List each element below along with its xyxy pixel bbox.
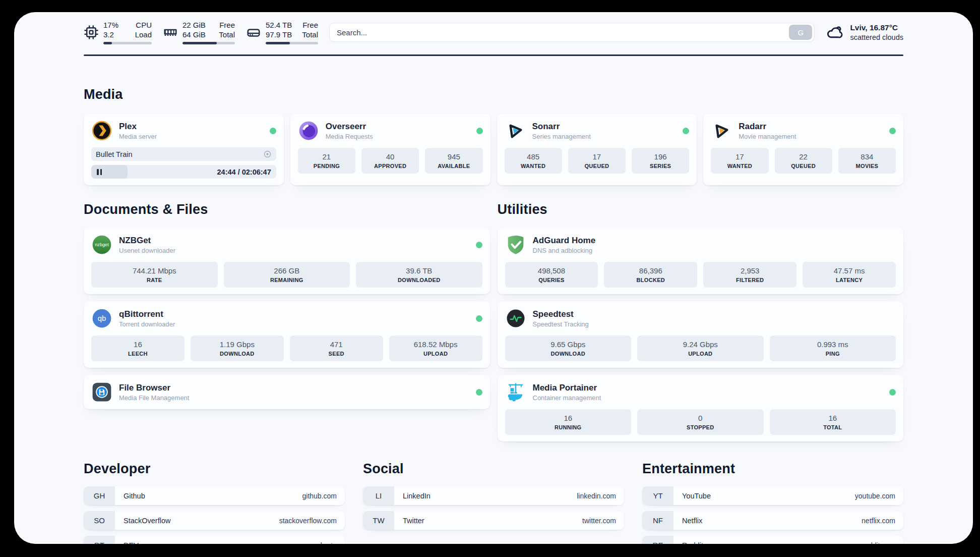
radarr-icon	[711, 120, 732, 141]
media-card-row: Plex Media server Bullet Train	[84, 114, 903, 185]
stat-tile: 0.993 msPING	[770, 336, 896, 361]
stat-tile: 86,396BLOCKED	[604, 262, 697, 288]
service-title: File Browser	[119, 382, 189, 393]
bookmark-name: Reddit	[673, 541, 703, 544]
service-subtitle: DNS and adblocking	[533, 247, 596, 255]
memory-free-value: 22 GiB	[182, 20, 206, 30]
dashboard-page: 17%CPU 3.2Load 22	[14, 12, 973, 544]
memory-metric: 22 GiBFree 64 GiBTotal	[163, 20, 235, 44]
search-input[interactable]	[337, 28, 789, 37]
stat-tile: 9.65 GbpsDOWNLOAD	[505, 336, 632, 361]
bookmark-name: LinkedIn	[394, 492, 431, 500]
bookmark-twitter[interactable]: TW Twitter twitter.com	[363, 511, 624, 530]
status-dot	[889, 389, 896, 396]
bookmark-name: StackOverflow	[115, 517, 170, 525]
bookmark-url: netflix.com	[862, 517, 903, 525]
cpu-chip-icon	[84, 25, 99, 40]
stat-tile: 22QUEUED	[775, 148, 832, 174]
bookmark-stackoverflow[interactable]: SO StackOverflow stackoverflow.com	[84, 511, 345, 530]
service-card-nzbget[interactable]: nzbget NZBGet Usenet downloader 744.21 M…	[84, 228, 490, 294]
bookmark-abbr: DT	[84, 536, 115, 544]
stat-tile: 618.52 MbpsUPLOAD	[389, 336, 482, 361]
bookmark-dev[interactable]: DT DEV dev.to	[84, 536, 345, 544]
bookmark-url: twitter.com	[582, 517, 624, 525]
status-dot	[889, 128, 896, 134]
cpu-usage-value: 17%	[103, 20, 118, 30]
bookmark-url: linkedin.com	[577, 492, 624, 500]
utilities-column: Utilities	[498, 185, 904, 441]
section-title-social: Social	[363, 460, 624, 478]
memory-icon	[163, 25, 178, 40]
memory-total-value: 64 GiB	[182, 30, 206, 39]
bookmark-name: DEV	[115, 541, 139, 544]
section-title-utilities: Utilities	[498, 200, 904, 218]
service-card-portainer[interactable]: Media Portainer Container management 16R…	[498, 375, 904, 441]
service-subtitle: Media File Management	[119, 394, 189, 402]
cpu-progress-fill	[103, 42, 112, 44]
service-title: AdGuard Home	[533, 235, 596, 246]
disk-total-label: Total	[302, 30, 318, 39]
bookmark-github[interactable]: GH Github github.com	[84, 486, 345, 505]
disk-icon	[246, 25, 261, 40]
service-card-plex[interactable]: Plex Media server Bullet Train	[84, 114, 284, 185]
service-title: NZBGet	[119, 235, 175, 246]
service-card-overseerr[interactable]: Overseerr Media Requests 21PENDING 40APP…	[290, 114, 491, 185]
stat-tile: 196SERIES	[632, 148, 689, 174]
service-title: Speedtest	[533, 309, 589, 319]
weather-condition: scattered clouds	[850, 33, 903, 42]
portainer-icon	[505, 381, 526, 403]
top-bar: 17%CPU 3.2Load 22	[84, 12, 903, 45]
service-card-filebrowser[interactable]: File Browser Media File Management	[84, 375, 490, 409]
circle-dot-icon[interactable]	[263, 150, 272, 158]
disk-free-label: Free	[302, 20, 318, 30]
service-card-qbittorrent[interactable]: qb qBittorrent Torrent downloader 16LEEC…	[84, 301, 490, 368]
service-subtitle: Speedtest Tracking	[533, 320, 589, 328]
stat-tile: 16RUNNING	[505, 409, 632, 435]
topbar-divider	[84, 54, 903, 56]
stat-tile: 471SEED	[290, 336, 383, 361]
search-bar: G	[329, 23, 815, 42]
service-subtitle: Container management	[533, 394, 601, 402]
cloud-icon	[826, 23, 844, 41]
memory-total-label: Total	[219, 30, 235, 39]
bookmark-name: Twitter	[394, 517, 424, 525]
bookmark-reddit[interactable]: RE Reddit reddit.com	[642, 536, 903, 544]
memory-progress-fill	[182, 42, 217, 44]
bookmark-abbr: LI	[363, 486, 394, 505]
stat-tile: 17WANTED	[711, 148, 768, 174]
search-provider-button[interactable]: G	[789, 25, 812, 40]
service-card-sonarr[interactable]: Sonarr Series management 485WANTED 17QUE…	[497, 114, 697, 185]
service-title: Plex	[119, 121, 157, 132]
section-title-entertainment: Entertainment	[642, 460, 903, 478]
service-card-radarr[interactable]: Radarr Movie management 17WANTED 22QUEUE…	[703, 114, 903, 185]
service-card-adguard[interactable]: AdGuard Home DNS and adblocking 498,508Q…	[498, 228, 904, 294]
bookmark-netflix[interactable]: NF Netflix netflix.com	[642, 511, 903, 530]
bookmark-youtube[interactable]: YT YouTube youtube.com	[642, 486, 903, 505]
nzbget-icon: nzbget	[91, 234, 112, 255]
bookmark-name: Github	[115, 492, 145, 500]
stat-tile: 266 GBREMAINING	[224, 262, 350, 288]
documents-column: Documents & Files nzbget	[84, 185, 490, 409]
bookmark-url: stackoverflow.com	[279, 517, 345, 525]
bookmark-abbr: RE	[642, 536, 673, 544]
service-title: qBittorrent	[119, 309, 175, 319]
stat-tile: 9.24 GbpsUPLOAD	[637, 336, 764, 361]
pause-icon[interactable]	[97, 169, 102, 175]
plex-icon	[91, 120, 112, 141]
bookmark-name: Netflix	[673, 517, 702, 525]
status-dot	[476, 128, 483, 134]
stat-tile: 40APPROVED	[361, 148, 419, 174]
playback-progress-bar[interactable]: 24:44 / 02:06:47	[91, 165, 276, 179]
stat-tile: 485WANTED	[505, 148, 562, 174]
qbittorrent-icon: qb	[91, 308, 112, 329]
status-dot	[476, 242, 482, 248]
weather-widget: Lviv, 16.87°C scattered clouds	[826, 23, 903, 42]
bookmark-abbr: GH	[84, 486, 115, 505]
status-dot	[270, 128, 276, 134]
service-subtitle: Torrent downloader	[119, 320, 175, 328]
service-card-speedtest[interactable]: Speedtest Speedtest Tracking 9.65 GbpsDO…	[498, 301, 904, 368]
status-dot	[476, 315, 482, 322]
disk-total-value: 97.9 TB	[266, 30, 292, 39]
bookmark-url: reddit.com	[863, 541, 903, 544]
bookmark-linkedin[interactable]: LI LinkedIn linkedin.com	[363, 486, 624, 505]
